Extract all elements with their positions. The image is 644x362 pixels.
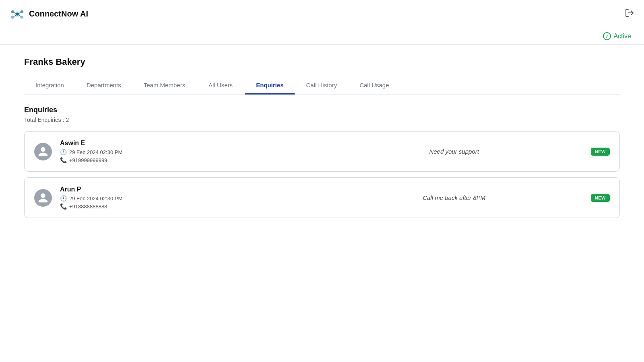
card-datetime-1: 29 Feb 2024 02:30 PM bbox=[69, 149, 122, 155]
enquiry-card-2[interactable]: Arun P 🕐 29 Feb 2024 02:30 PM 📞 +9188888… bbox=[24, 177, 620, 218]
tab-enquiries[interactable]: Enquiries bbox=[245, 77, 295, 95]
card-name-1: Aswin E bbox=[60, 140, 317, 147]
brand-name: ConnectNow AI bbox=[29, 9, 88, 19]
svg-point-5 bbox=[21, 15, 24, 19]
svg-point-3 bbox=[21, 10, 24, 13]
new-badge-2: NEW bbox=[591, 194, 610, 202]
status-badge: ✓ Active bbox=[603, 32, 631, 40]
avatar-1 bbox=[34, 143, 52, 160]
card-phone-2: +918888888888 bbox=[69, 204, 107, 210]
card-meta-1: 🕐 29 Feb 2024 02:30 PM 📞 +919999999999 bbox=[60, 149, 317, 163]
card-meta-2: 🕐 29 Feb 2024 02:30 PM 📞 +918888888888 bbox=[60, 195, 317, 210]
brand: ConnectNow AI bbox=[10, 6, 88, 22]
user-icon-1 bbox=[37, 146, 49, 157]
card-datetime-row-2: 🕐 29 Feb 2024 02:30 PM bbox=[60, 195, 317, 202]
card-info-1: Aswin E 🕐 29 Feb 2024 02:30 PM 📞 +919999… bbox=[60, 140, 317, 163]
card-message-1: Need your support bbox=[325, 148, 582, 155]
section-title: Enquiries bbox=[24, 106, 620, 114]
top-bar: ConnectNow AI bbox=[0, 0, 644, 28]
user-icon-2 bbox=[37, 192, 49, 204]
logout-button[interactable] bbox=[625, 8, 634, 20]
card-datetime-row-1: 🕐 29 Feb 2024 02:30 PM bbox=[60, 149, 317, 155]
card-phone-row-2: 📞 +918888888888 bbox=[60, 203, 317, 210]
tab-call-usage[interactable]: Call Usage bbox=[348, 77, 400, 95]
new-badge-1: NEW bbox=[591, 148, 610, 156]
tab-all-users[interactable]: All Users bbox=[196, 77, 245, 95]
tab-team-members[interactable]: Team Members bbox=[132, 77, 196, 95]
clock-icon-2: 🕐 bbox=[60, 195, 67, 202]
card-phone-row-1: 📞 +919999999999 bbox=[60, 157, 317, 163]
svg-point-4 bbox=[11, 15, 14, 19]
card-datetime-2: 29 Feb 2024 02:30 PM bbox=[69, 195, 122, 202]
svg-point-2 bbox=[11, 10, 14, 13]
total-enquiries: Total Enquiries : 2 bbox=[24, 117, 620, 123]
phone-icon-2: 📞 bbox=[60, 203, 67, 210]
main-content: Franks Bakery Integration Departments Te… bbox=[0, 45, 644, 236]
card-message-2: Call me back after 8PM bbox=[325, 194, 582, 201]
status-bar: ✓ Active bbox=[0, 28, 644, 45]
enquiry-card-1[interactable]: Aswin E 🕐 29 Feb 2024 02:30 PM 📞 +919999… bbox=[24, 131, 620, 172]
brand-logo bbox=[10, 6, 25, 22]
status-check-icon: ✓ bbox=[603, 32, 611, 40]
card-name-2: Arun P bbox=[60, 186, 317, 193]
clock-icon-1: 🕐 bbox=[60, 149, 67, 155]
card-phone-1: +919999999999 bbox=[69, 157, 107, 163]
tab-integration[interactable]: Integration bbox=[24, 77, 75, 95]
avatar-2 bbox=[34, 189, 52, 207]
tabs-nav: Integration Departments Team Members All… bbox=[24, 77, 620, 95]
tab-call-history[interactable]: Call History bbox=[295, 77, 348, 95]
page-title: Franks Bakery bbox=[24, 57, 620, 67]
tab-departments[interactable]: Departments bbox=[75, 77, 132, 95]
enquiries-section: Enquiries Total Enquiries : 2 Aswin E 🕐 … bbox=[24, 106, 620, 218]
card-info-2: Arun P 🕐 29 Feb 2024 02:30 PM 📞 +9188888… bbox=[60, 186, 317, 210]
phone-icon-1: 📞 bbox=[60, 157, 67, 163]
status-label: Active bbox=[613, 33, 631, 40]
